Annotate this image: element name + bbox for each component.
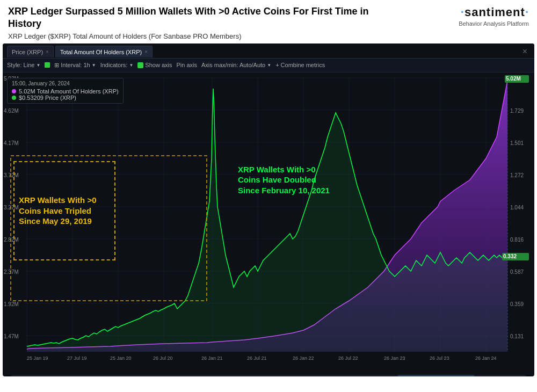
color-swatch[interactable] (45, 62, 50, 68)
x-label-7: 26 Jan 22 (293, 355, 314, 361)
header-left: XRP Ledger Surpassed 5 Million Wallets W… (8, 5, 443, 40)
tooltip-holders-row: 5.02M Total Amount Of Holders (XRP) (12, 88, 119, 95)
x-label-11: 26 Jan 24 (475, 355, 497, 361)
y-price-3: 1.501 (510, 140, 524, 146)
y-price-2: 1.729 (510, 108, 524, 114)
pin-axis-toggle[interactable]: Pin axis (176, 62, 197, 68)
brand-dot-left: · (461, 5, 465, 19)
x-label-10: 26 Jul 23 (430, 355, 449, 361)
annotation-right-text: XRP Wallets With >0 Coins Have Doubled S… (238, 164, 337, 196)
x-label-4: 26 Jul 20 (153, 355, 173, 361)
y-holders-2: 4.62M (4, 108, 19, 114)
santiment-logo: ·santiment· Behavior Analysis Platform (443, 5, 529, 27)
tooltip-price-value: $0.53209 Price (XRP) (19, 95, 76, 101)
annotation-left-text: XRP Wallets With >0 Coins Have Tripled S… (19, 195, 110, 227)
price-badge: 0.332 (503, 253, 517, 259)
tooltip-date: 15:00, January 26, 2024 (12, 81, 119, 86)
chevron-indicators-icon: ▼ (129, 63, 133, 68)
chart-container: Price (XRP) × Total Amount Of Holders (X… (3, 43, 534, 376)
y-holders-9: 1.47M (4, 333, 19, 339)
show-axis-toggle[interactable]: Show axis (137, 62, 172, 68)
chart-area: 1.957 1.729 1.501 1.272 1.044 0.816 0.58… (3, 72, 534, 373)
x-label-8: 26 Jul 22 (338, 355, 358, 361)
y-price-9: 0.131 (510, 333, 524, 339)
tooltip-holders-value: 5.02M Total Amount Of Holders (XRP) (19, 88, 119, 95)
annotation-right: XRP Wallets With >0 Coins Have Doubled S… (234, 161, 341, 199)
tab-holders-close[interactable]: × (144, 49, 148, 55)
axis-minmax-label: Axis max/min: Auto/Auto (201, 62, 265, 68)
tab-price-close[interactable]: × (46, 49, 49, 55)
chevron-interval-icon: ▼ (92, 63, 96, 68)
tooltip: 15:00, January 26, 2024 5.02M Total Amou… (7, 78, 124, 104)
tooltip-price-dot (12, 96, 16, 100)
tab-holders[interactable]: Total Amount Of Holders (XRP) × (55, 46, 153, 57)
y-holders-7: 2.37M (4, 269, 19, 275)
toolbar: Style: Line ▼ ⊞ Interval: 1h ▼ Indicator… (3, 59, 534, 72)
brand-tagline: Behavior Analysis Platform (459, 20, 529, 27)
x-label-2: 27 Jul 19 (67, 355, 87, 361)
y-holders-8: 1.92M (4, 301, 19, 307)
combine-metrics-label: + Combine metrics (275, 62, 325, 68)
page-wrapper: XRP Ledger Surpassed 5 Million Wallets W… (0, 0, 537, 376)
brand-dot-right: · (525, 5, 529, 19)
tab-price[interactable]: Price (XRP) × (7, 46, 54, 57)
brand-name: ·santiment· (461, 5, 529, 19)
tooltip-price-row: $0.53209 Price (XRP) (12, 95, 119, 101)
x-label-1: 25 Jan 19 (27, 355, 48, 361)
show-axis-label: Show axis (145, 62, 172, 68)
indicators-label: Indicators: (100, 62, 128, 68)
scrollbar-area (5, 375, 532, 376)
tab-price-label: Price (XRP) (12, 49, 43, 55)
x-label-9: 26 Jan 23 (384, 355, 405, 361)
axis-minmax-selector[interactable]: Axis max/min: Auto/Auto ▼ (201, 62, 271, 68)
y-price-5: 1.044 (510, 205, 524, 210)
show-axis-checkbox[interactable] (137, 62, 143, 68)
interval-label: Interval: 1h (61, 62, 90, 68)
interval-selector[interactable]: ⊞ Interval: 1h ▼ (54, 62, 96, 69)
chevron-minmax-icon: ▼ (267, 63, 271, 68)
y-price-7: 0.587 (510, 269, 524, 275)
y-holders-3: 4.17M (4, 140, 19, 146)
annotation-left: XRP Wallets With >0 Coins Have Tripled S… (13, 161, 115, 260)
chevron-down-icon: ▼ (36, 63, 40, 68)
y-price-4: 1.272 (510, 172, 524, 178)
main-title: XRP Ledger Surpassed 5 Million Wallets W… (8, 5, 384, 31)
x-label-5: 26 Jan 21 (201, 355, 223, 361)
page-header: XRP Ledger Surpassed 5 Million Wallets W… (0, 0, 537, 43)
y-price-6: 0.816 (510, 237, 524, 243)
sub-title: XRP Ledger ($XRP) Total Amount of Holder… (8, 32, 443, 40)
indicators-selector[interactable]: Indicators: ▼ (100, 62, 134, 68)
x-label-3: 25 Jan 20 (110, 355, 132, 361)
tooltip-holders-dot (12, 89, 16, 93)
scrollbar-thumb[interactable] (397, 375, 475, 376)
y-price-8: 0.359 (510, 301, 524, 307)
tabs-bar: Price (XRP) × Total Amount Of Holders (X… (3, 43, 534, 59)
combine-metrics-button[interactable]: + Combine metrics (275, 62, 325, 68)
holders-badge: 5.02M (506, 76, 521, 82)
style-selector[interactable]: Style: Line ▼ (7, 62, 40, 68)
chart-close-icon[interactable]: × (523, 47, 527, 56)
scrollbar-track (11, 375, 526, 376)
pin-axis-label: Pin axis (176, 62, 197, 68)
interval-icon: ⊞ (54, 62, 59, 69)
x-label-6: 26 Jul 21 (247, 355, 267, 361)
tab-holders-label: Total Amount Of Holders (XRP) (60, 49, 142, 55)
style-label: Style: Line (7, 62, 34, 68)
